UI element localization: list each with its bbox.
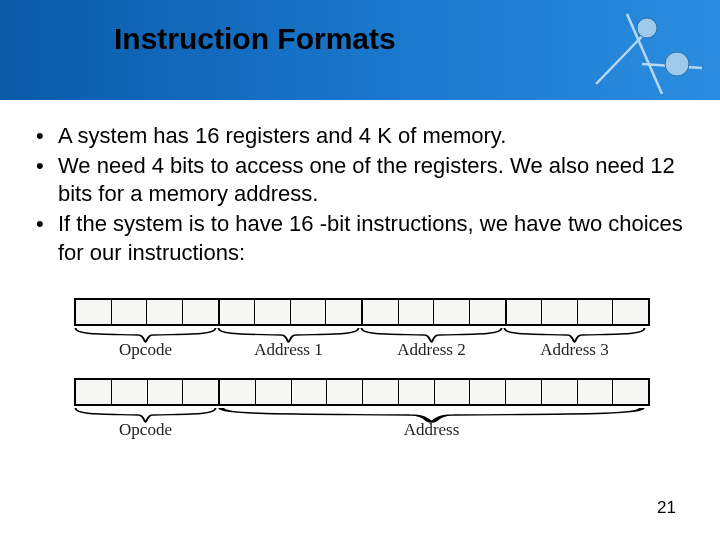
bit-cell [220, 300, 256, 324]
field-group: Address [217, 407, 646, 444]
bullet-item: A system has 16 registers and 4 K of mem… [30, 122, 690, 150]
bit-cell [76, 300, 112, 324]
bit-cell [255, 300, 291, 324]
bit-cell [507, 300, 543, 324]
field-label: Opcode [119, 420, 172, 444]
brace-row-2: OpcodeAddress [74, 407, 646, 444]
bit-cell [183, 380, 220, 404]
field-group: Address 1 [217, 327, 360, 364]
slide: Instruction Formats A system has 16 regi… [0, 0, 720, 540]
field-group: Opcode [74, 407, 217, 444]
instruction-format-diagram: OpcodeAddress 1Address 2Address 3 Opcode… [74, 298, 646, 444]
bitfield-row-2 [74, 378, 650, 406]
bit-cell [292, 380, 328, 404]
bullet-item: We need 4 bits to access one of the regi… [30, 152, 690, 208]
bit-cell [399, 300, 435, 324]
bit-cell [327, 380, 363, 404]
bit-cell [399, 380, 435, 404]
bit-cell [326, 300, 363, 324]
bit-cell [112, 380, 148, 404]
bit-cell [470, 300, 507, 324]
bit-cell [147, 300, 183, 324]
bit-cell [613, 300, 648, 324]
bit-cell [542, 380, 578, 404]
field-label: Address 2 [397, 340, 465, 364]
bit-cell [578, 300, 614, 324]
slide-title: Instruction Formats [114, 22, 396, 56]
page-number: 21 [657, 498, 676, 518]
bit-cell [613, 380, 648, 404]
field-label: Address [404, 420, 460, 444]
field-label: Address 1 [254, 340, 322, 364]
bit-cell [148, 380, 184, 404]
brace-row-1: OpcodeAddress 1Address 2Address 3 [74, 327, 646, 364]
bit-cell [256, 380, 292, 404]
bullet-list: A system has 16 registers and 4 K of mem… [30, 122, 690, 269]
field-group: Address 2 [360, 327, 503, 364]
bit-cell [542, 300, 578, 324]
bit-cell [291, 300, 327, 324]
svg-point-4 [665, 52, 689, 76]
field-group: Address 3 [503, 327, 646, 364]
bit-cell [506, 380, 542, 404]
bit-cell [363, 300, 399, 324]
svg-point-3 [637, 18, 657, 38]
field-label: Opcode [119, 340, 172, 364]
bit-cell [470, 380, 506, 404]
field-group: Opcode [74, 327, 217, 364]
bit-cell [435, 380, 471, 404]
bitfield-row-1 [74, 298, 650, 326]
field-label: Address 3 [540, 340, 608, 364]
bit-cell [112, 300, 148, 324]
bit-cell [363, 380, 399, 404]
bit-cell [434, 300, 470, 324]
bit-cell [220, 380, 256, 404]
bit-cell [578, 380, 614, 404]
bullet-item: If the system is to have 16 -bit instruc… [30, 210, 690, 266]
header-decoration [592, 6, 712, 94]
bit-cell [183, 300, 220, 324]
bit-cell [76, 380, 112, 404]
